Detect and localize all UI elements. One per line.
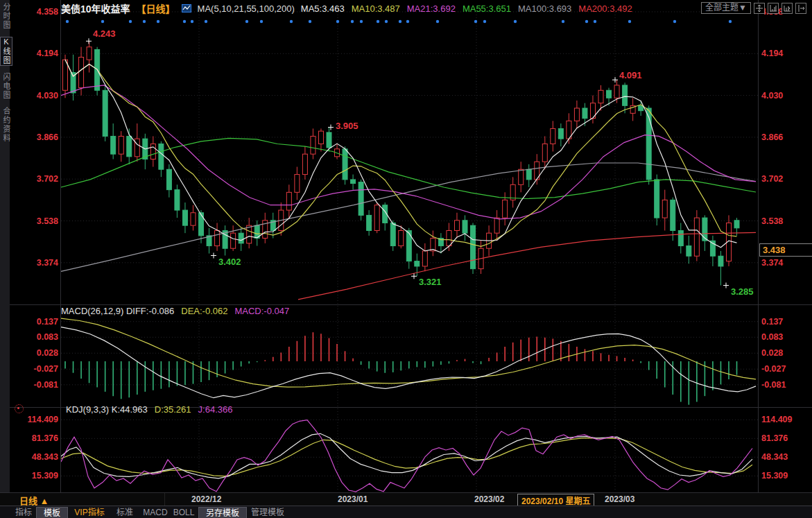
axis-zoom-horizontal-icon[interactable]	[781, 3, 793, 14]
ma55-line	[61, 138, 756, 198]
event-dot	[729, 20, 732, 23]
candle-body	[503, 200, 508, 218]
tab-2[interactable]: VIP指标	[69, 507, 110, 518]
candle-body	[127, 136, 132, 156]
time-axis-label-1: 2023/01	[338, 494, 368, 504]
candle-body	[302, 154, 307, 174]
y-axis-label-right: 4.030	[761, 91, 783, 101]
event-dot	[183, 20, 186, 23]
event-dot	[406, 20, 409, 23]
event-dot	[594, 20, 596, 23]
chart-canvas[interactable]: 4.2433.9054.0913.4023.3213.2854.3584.358…	[0, 0, 812, 492]
candle-body	[558, 128, 563, 139]
candle-body	[718, 256, 723, 266]
ma-value-4: MA100:3.693	[518, 3, 571, 14]
ma10-line	[65, 60, 737, 246]
y-axis-label-left: 4.358	[37, 7, 58, 17]
candle-body	[463, 221, 467, 233]
event-dot	[191, 20, 193, 23]
sidebar-item-2[interactable]: 闪电图	[1, 73, 12, 100]
candle-body	[582, 108, 587, 119]
event-dot	[399, 20, 401, 23]
y-axis-label-right: 0.137	[761, 317, 783, 327]
candle-body	[374, 205, 379, 231]
candle-body	[247, 225, 252, 243]
event-dot	[377, 20, 379, 23]
ma200-line	[298, 232, 756, 299]
event-dot	[514, 20, 517, 23]
extreme-label: 3.905	[336, 121, 359, 131]
candle-body	[63, 60, 68, 90]
y-axis-label-right: 0.028	[761, 348, 783, 358]
candle-body	[494, 218, 499, 233]
event-dot	[585, 20, 588, 23]
candle-body	[734, 221, 739, 228]
y-axis-label-right: 3.374	[761, 258, 783, 268]
chart-type-sidebar: 分时图K线图闪电图合约资料	[0, 0, 10, 492]
y-axis-label-right: 81.376	[761, 433, 788, 443]
ma21-line	[61, 85, 756, 219]
event-dot	[129, 20, 132, 23]
tab-1[interactable]: 模板	[36, 507, 68, 518]
event-dot	[385, 20, 388, 23]
candle-body	[542, 144, 547, 162]
kline-mini-icon	[182, 3, 191, 13]
collapse-panel-icon[interactable]	[795, 3, 806, 14]
tab-6[interactable]: 另存模板	[198, 507, 247, 518]
candle-body	[286, 192, 291, 210]
candle-body	[614, 85, 619, 98]
candle-body	[191, 213, 196, 225]
candle-body	[662, 200, 667, 218]
extreme-label: 3.321	[419, 277, 442, 287]
instrument-title: 美债10年收益率	[61, 1, 130, 15]
extreme-marker	[86, 38, 92, 44]
time-axis-label-4: 2023/03	[605, 494, 634, 504]
kdj-j-line	[61, 420, 752, 492]
extreme-label: 4.243	[93, 28, 116, 39]
ma-values: MA5:3.463MA10:3.487MA21:3.692MA55:3.651M…	[301, 3, 639, 14]
indicator-tab-bar: 指标模板VIP指标标准MACDBOLL另存模板管理模板	[0, 506, 812, 518]
event-dot	[157, 20, 159, 23]
candle-body	[327, 132, 331, 148]
tab-3[interactable]: 标准	[110, 507, 140, 518]
event-dot	[260, 20, 263, 23]
extreme-marker	[723, 283, 729, 288]
ma5-line	[65, 60, 737, 252]
candle-body	[231, 233, 236, 248]
tab-4[interactable]: MACD	[141, 507, 169, 518]
y-axis-label-left: 48.343	[32, 452, 58, 462]
ma-value-0: MA5:3.463	[301, 3, 345, 14]
event-dot	[309, 20, 311, 23]
y-axis-label-left: 114.409	[28, 415, 59, 424]
candle-body	[639, 105, 643, 110]
event-dot	[245, 20, 248, 23]
y-axis-label-left: 0.083	[37, 332, 58, 342]
axis-zoom-vertical-icon[interactable]	[768, 3, 779, 14]
kdj-header-part-2: J:64.366	[198, 404, 233, 415]
sidebar-item-3[interactable]: 合约资料	[1, 107, 12, 143]
crosshair-fit-icon[interactable]	[754, 3, 765, 14]
all-themes-button[interactable]: 全部主题▼	[701, 2, 751, 14]
sidebar-item-1[interactable]: K线图	[0, 37, 12, 66]
y-axis-label-left: 15.309	[32, 471, 58, 481]
kdj-k-line	[61, 433, 752, 478]
candle-body	[574, 108, 579, 121]
extreme-marker	[411, 273, 417, 279]
candle-body	[119, 136, 123, 154]
candle-body	[526, 169, 531, 180]
tab-5[interactable]: BOLL	[171, 507, 197, 518]
tab-7[interactable]: 管理模板	[245, 507, 290, 518]
candle-body	[415, 261, 420, 266]
tab-0[interactable]: 指标	[8, 507, 39, 518]
sidebar-item-0[interactable]: 分时图	[1, 3, 12, 30]
candle-body	[103, 90, 107, 136]
time-axis-label-2: 2023/02	[474, 494, 504, 504]
y-axis-label-left: 0.028	[37, 348, 58, 358]
candle-body	[671, 200, 675, 230]
event-dot	[143, 20, 146, 23]
axis-cell-divider	[164, 493, 165, 506]
event-dot	[290, 20, 293, 23]
candle-body	[215, 230, 220, 245]
macd-header-part-0: MACD(26,12,9) DIFF:-0.086	[61, 306, 174, 316]
indicator-alert-icon[interactable]	[15, 404, 24, 413]
